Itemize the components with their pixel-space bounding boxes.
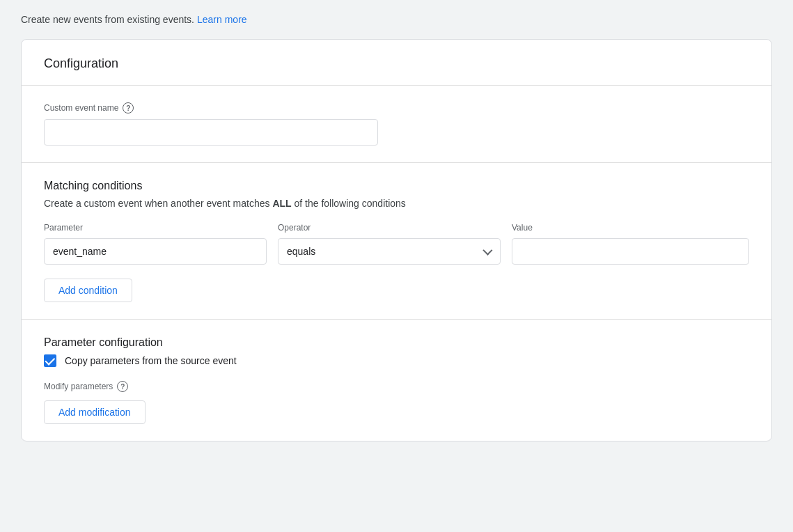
learn-more-link[interactable]: Learn more [197, 14, 247, 25]
intro-text: Create new events from existing events. [21, 14, 194, 25]
copy-params-checkbox[interactable] [44, 354, 56, 367]
custom-event-name-help-icon[interactable]: ? [123, 102, 134, 114]
parameter-input[interactable] [44, 238, 267, 265]
parameter-label: Parameter [44, 223, 267, 233]
operator-select-wrapper: equals contains starts with ends with do… [278, 238, 501, 265]
modify-params-label-row: Modify parameters ? [44, 381, 749, 392]
modify-params-help-icon[interactable]: ? [117, 381, 128, 392]
operator-select[interactable]: equals contains starts with ends with do… [278, 238, 501, 265]
card-title: Configuration [44, 56, 749, 71]
copy-params-label: Copy parameters from the source event [65, 355, 237, 366]
card-header: Configuration [22, 40, 771, 86]
parameter-configuration-section: Parameter configuration Copy parameters … [22, 320, 771, 441]
value-input[interactable] [512, 238, 749, 265]
parameter-configuration-title: Parameter configuration [44, 336, 749, 349]
custom-event-name-input[interactable] [44, 119, 378, 146]
page-intro: Create new events from existing events. … [21, 14, 772, 25]
matching-conditions-description: Create a custom event when another event… [44, 198, 749, 209]
operator-label: Operator [278, 223, 501, 233]
operator-field-group: Operator equals contains starts with end… [278, 223, 501, 265]
matching-conditions-section: Matching conditions Create a custom even… [22, 163, 771, 320]
add-modification-button[interactable]: Add modification [44, 400, 146, 424]
conditions-grid: Parameter Operator equals contains start… [44, 223, 749, 265]
custom-event-name-label: Custom event name ? [44, 102, 749, 114]
parameter-field-group: Parameter [44, 223, 267, 265]
value-label: Value [512, 223, 749, 233]
add-condition-button[interactable]: Add condition [44, 279, 132, 302]
custom-event-name-section: Custom event name ? [22, 86, 771, 163]
copy-params-row: Copy parameters from the source event [44, 354, 749, 367]
matching-conditions-title: Matching conditions [44, 180, 749, 192]
value-field-group: Value [512, 223, 749, 265]
configuration-card: Configuration Custom event name ? Matchi… [21, 39, 772, 441]
